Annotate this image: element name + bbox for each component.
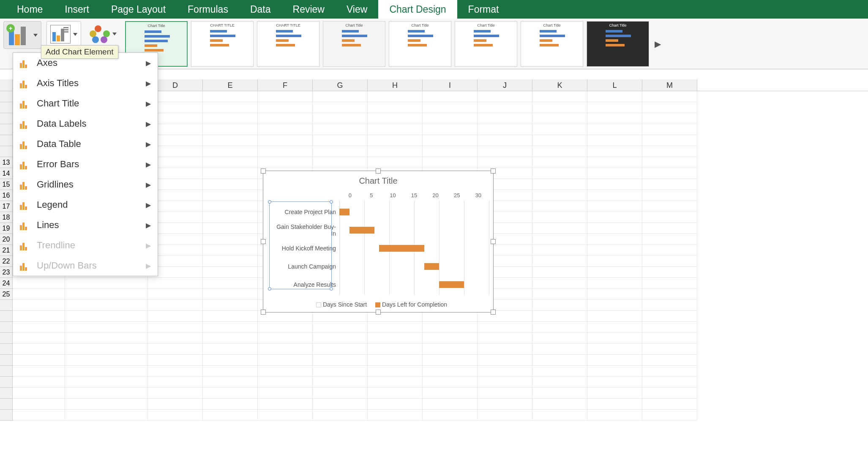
chevron-down-icon [112, 33, 117, 35]
chart-element-icon [20, 58, 32, 68]
chart-element-icon [20, 261, 32, 271]
chart-style-4[interactable]: Chart Title [323, 21, 385, 67]
chart-style-5[interactable]: Chart Title [389, 21, 451, 67]
dropdown-item-data-labels[interactable]: Data Labels▶ [13, 114, 158, 134]
row-header-25[interactable]: 25 [0, 289, 13, 300]
dropdown-item-gridlines[interactable]: Gridlines▶ [13, 174, 158, 195]
ribbon-tab-view[interactable]: View [336, 0, 378, 19]
chart-element-icon [20, 98, 32, 109]
chart-style-2[interactable]: CHART TITLE [191, 21, 254, 67]
quick-layout-button[interactable] [46, 21, 81, 47]
resize-handle[interactable] [491, 239, 496, 244]
chart-style-6[interactable]: Chart Title [455, 21, 517, 67]
add-chart-element-tooltip: Add Chart Element [41, 45, 118, 59]
row-header-20[interactable]: 20 [0, 234, 13, 245]
col-header-G[interactable]: G [313, 79, 368, 91]
resize-handle[interactable] [491, 168, 496, 174]
chevron-down-icon [73, 33, 77, 36]
row-header-18[interactable]: 18 [0, 212, 13, 223]
dropdown-item-data-table[interactable]: Data Table▶ [13, 134, 158, 154]
change-colors-button[interactable] [86, 21, 120, 46]
dropdown-item-axis-titles[interactable]: Axis Titles▶ [13, 73, 158, 93]
chart-element-icon [20, 119, 32, 129]
col-header-H[interactable]: H [368, 79, 423, 91]
col-header-M[interactable]: M [642, 79, 697, 91]
selected-plot-element[interactable] [269, 201, 332, 289]
ribbon-tab-page-layout[interactable]: Page Layout [100, 0, 177, 19]
style-gallery-more-button[interactable]: ▶ [652, 35, 663, 52]
chart-element-icon [20, 139, 32, 149]
row-header-23[interactable]: 23 [0, 267, 13, 278]
chart-element-icon [20, 220, 32, 230]
resize-handle[interactable] [376, 310, 381, 315]
row-header-19[interactable]: 19 [0, 223, 13, 234]
colors-icon [90, 24, 110, 43]
dropdown-item-error-bars[interactable]: Error Bars▶ [13, 154, 158, 174]
col-header-L[interactable]: L [587, 79, 642, 91]
chart-style-3[interactable]: CHART TITLE [257, 21, 319, 67]
row-header-15[interactable]: 15 [0, 179, 13, 190]
chart-legend[interactable]: Days Since Start Days Left for Completio… [263, 301, 493, 308]
row-header-22[interactable]: 22 [0, 256, 13, 267]
add-chart-element-icon: + [7, 25, 31, 45]
row-headers: 13141516171819202122232425 [0, 91, 13, 421]
col-header-E[interactable]: E [203, 79, 258, 91]
ribbon-tab-home[interactable]: Home [6, 0, 54, 19]
chevron-down-icon [33, 34, 38, 37]
resize-handle[interactable] [261, 310, 266, 315]
ribbon-tab-insert[interactable]: Insert [54, 0, 100, 19]
add-chart-element-button[interactable]: + [3, 21, 41, 49]
col-header-F[interactable]: F [258, 79, 313, 91]
chart-element-icon [20, 200, 32, 210]
chart-element-icon [20, 159, 32, 169]
resize-handle[interactable] [261, 239, 266, 244]
embedded-chart[interactable]: Chart Title 051015202530 Create Project … [263, 171, 494, 313]
ribbon-tab-formulas[interactable]: Formulas [177, 0, 239, 19]
chart-element-icon [20, 240, 32, 250]
x-axis: 051015202530 [339, 192, 489, 201]
row-header-16[interactable]: 16 [0, 190, 13, 201]
chart-style-gallery: Chart Title CHART TITLE CHART TITLE [125, 21, 663, 67]
dropdown-item-trendline: Trendline▶ [13, 235, 158, 255]
col-header-I[interactable]: I [423, 79, 478, 91]
col-header-J[interactable]: J [478, 79, 532, 91]
quick-layout-icon [50, 25, 71, 43]
chart-title[interactable]: Chart Title [263, 171, 493, 188]
row-header-14[interactable]: 14 [0, 168, 13, 179]
dropdown-item-up-down-bars: Up/Down Bars▶ [13, 255, 158, 276]
dropdown-item-legend[interactable]: Legend▶ [13, 195, 158, 215]
chart-element-icon [20, 179, 32, 190]
row-header-24[interactable]: 24 [0, 278, 13, 289]
chart-style-7[interactable]: Chart Title [521, 21, 583, 67]
chart-style-8[interactable]: Chart Title [587, 21, 649, 67]
resize-handle[interactable] [261, 168, 266, 174]
row-header-21[interactable]: 21 [0, 245, 13, 256]
chart-element-icon [20, 78, 32, 88]
resize-handle[interactable] [491, 310, 496, 315]
ribbon-tab-format[interactable]: Format [457, 0, 510, 19]
ribbon-tab-chart-design[interactable]: Chart Design [378, 0, 457, 19]
row-header-17[interactable]: 17 [0, 201, 13, 212]
dropdown-item-chart-title[interactable]: Chart Title▶ [13, 93, 158, 114]
row-header-13[interactable]: 13 [0, 157, 13, 168]
dropdown-item-lines[interactable]: Lines▶ [13, 215, 158, 235]
add-chart-element-dropdown: Add Chart Element Axes▶Axis Titles▶Chart… [13, 52, 158, 276]
col-header-K[interactable]: K [532, 79, 587, 91]
ribbon-tabs: Home Insert Page Layout Formulas Data Re… [0, 0, 868, 19]
ribbon-tab-data[interactable]: Data [239, 0, 282, 19]
resize-handle[interactable] [376, 168, 381, 174]
ribbon-tab-review[interactable]: Review [282, 0, 336, 19]
